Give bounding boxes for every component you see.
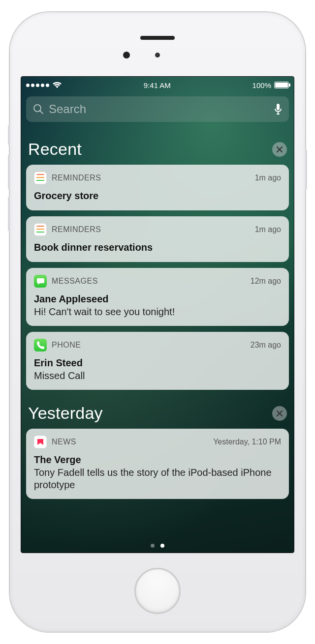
status-time: 9:41 AM: [144, 81, 171, 89]
wifi-icon: [52, 82, 62, 88]
notification-time: 1m ago: [255, 225, 281, 234]
home-button[interactable]: [134, 568, 181, 614]
notification-title: Grocery store: [34, 190, 281, 202]
volume-up-button[interactable]: [8, 155, 10, 189]
notification-body: Hi! Can't wait to see you tonight!: [34, 306, 281, 318]
pager-dot: [151, 544, 155, 548]
app-name-label: NEWS: [52, 438, 76, 446]
proximity-sensor: [155, 53, 160, 58]
notification-time: 12m ago: [251, 277, 281, 286]
power-button[interactable]: [305, 150, 307, 189]
section-header-yesterday: Yesterday: [26, 396, 289, 429]
clear-section-button[interactable]: [272, 406, 287, 421]
notification-card[interactable]: REMINDERS 1m ago Book dinner reservation…: [26, 216, 289, 262]
notification-body: Missed Call: [34, 370, 281, 382]
notification-time: 23m ago: [251, 341, 281, 350]
search-input[interactable]: [49, 102, 269, 116]
phone-frame: 9:41 AM 100%: [10, 12, 305, 632]
notification-time: 1m ago: [255, 174, 281, 182]
pager-dot-active: [160, 544, 164, 548]
screen: 9:41 AM 100%: [21, 76, 294, 553]
notification-title: The Verge: [34, 454, 281, 466]
svg-line-1: [40, 111, 43, 114]
volume-down-button[interactable]: [8, 197, 10, 231]
section-title: Yesterday: [28, 404, 103, 423]
notification-card[interactable]: NEWS Yesterday, 1:10 PM The Verge Tony F…: [26, 429, 289, 499]
notification-title: Book dinner reservations: [34, 242, 281, 253]
status-bar: 9:41 AM 100%: [21, 77, 294, 93]
app-name-label: PHONE: [52, 341, 81, 350]
section-header-recent: Recent: [26, 132, 289, 165]
phone-app-icon: [34, 339, 47, 351]
clear-section-button[interactable]: [272, 142, 287, 157]
svg-rect-2: [277, 104, 280, 110]
microphone-icon[interactable]: [274, 103, 282, 115]
messages-app-icon: [34, 275, 47, 288]
notification-card[interactable]: MESSAGES 12m ago Jane Appleseed Hi! Can'…: [26, 268, 289, 326]
page-indicator[interactable]: [21, 544, 294, 548]
front-camera: [123, 52, 130, 59]
notification-card[interactable]: PHONE 23m ago Erin Steed Missed Call: [26, 332, 289, 390]
notifications-scroll[interactable]: Recent REMINDERS 1m ago: [21, 127, 294, 503]
reminders-app-icon: [34, 223, 47, 236]
news-app-icon: [34, 436, 47, 448]
search-bar[interactable]: [26, 96, 289, 122]
mute-switch[interactable]: [8, 125, 10, 145]
speaker-grill: [140, 36, 175, 40]
notification-title: Jane Appleseed: [34, 293, 281, 305]
notification-title: Erin Steed: [34, 357, 281, 369]
section-title: Recent: [28, 140, 82, 159]
battery-icon: [274, 82, 289, 88]
notification-time: Yesterday, 1:10 PM: [213, 438, 281, 446]
signal-strength-icon: [26, 84, 49, 87]
battery-percent: 100%: [252, 81, 271, 89]
close-icon: [276, 146, 283, 153]
notification-body: Tony Fadell tells us the story of the iP…: [34, 467, 281, 491]
app-name-label: REMINDERS: [52, 174, 101, 182]
app-name-label: REMINDERS: [52, 225, 101, 234]
notification-card[interactable]: REMINDERS 1m ago Grocery store: [26, 165, 289, 210]
close-icon: [276, 410, 283, 417]
reminders-app-icon: [34, 172, 47, 184]
search-icon: [33, 104, 44, 115]
app-name-label: MESSAGES: [52, 277, 98, 286]
